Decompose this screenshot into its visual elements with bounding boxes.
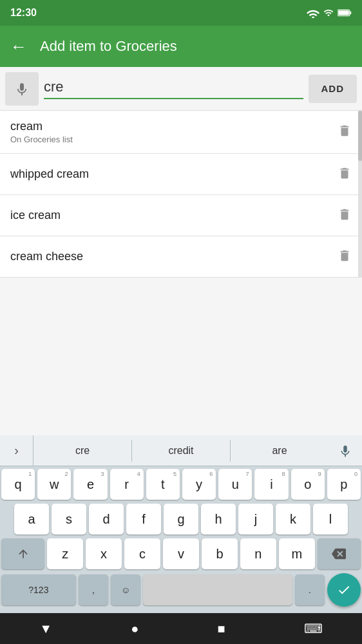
symbols-key[interactable]: ?123 bbox=[1, 574, 76, 605]
suggestion-name-3: cream cheese bbox=[10, 250, 83, 263]
app-bar: ← Add item to Groceries bbox=[0, 26, 362, 67]
key-z[interactable]: z bbox=[47, 538, 83, 569]
scrollbar-thumb bbox=[358, 111, 362, 161]
key-u[interactable]: 7u bbox=[218, 469, 252, 500]
keyboard-row-4: ?123,☺. bbox=[1, 573, 361, 607]
delete-suggestion-2[interactable] bbox=[338, 207, 352, 224]
key-m[interactable]: m bbox=[279, 538, 315, 569]
suggestion-sub-0: On Groceries list bbox=[10, 135, 73, 144]
suggestion-item-2[interactable]: ice cream bbox=[0, 195, 362, 236]
wifi-icon bbox=[307, 8, 319, 18]
key-d[interactable]: d bbox=[89, 504, 124, 535]
key-c[interactable]: c bbox=[124, 538, 160, 569]
keyboard: › crecreditare 1q2w3e4r5t6y7u8i9o0pasdfg… bbox=[0, 435, 362, 613]
word-suggestion-0[interactable]: cre bbox=[33, 440, 132, 462]
suggestion-text-1: whipped cream bbox=[10, 167, 89, 181]
keyboard-mic-button[interactable] bbox=[329, 435, 362, 466]
key-a[interactable]: a bbox=[14, 504, 49, 535]
svg-rect-1 bbox=[350, 12, 351, 15]
nav-back-icon[interactable]: ▼ bbox=[39, 621, 52, 636]
delete-suggestion-1[interactable] bbox=[338, 166, 352, 183]
search-input[interactable] bbox=[44, 79, 303, 98]
enter-key[interactable] bbox=[327, 573, 361, 607]
status-icons bbox=[307, 8, 352, 18]
word-expand-button[interactable]: › bbox=[0, 435, 33, 466]
key-b[interactable]: b bbox=[202, 538, 238, 569]
key-x[interactable]: x bbox=[86, 538, 122, 569]
key-w[interactable]: 2w bbox=[37, 469, 71, 500]
delete-suggestion-3[interactable] bbox=[338, 249, 352, 265]
key-t[interactable]: 5t bbox=[146, 469, 180, 500]
search-underline bbox=[44, 98, 303, 99]
nav-bar: ▼ ● ■ ⌨ bbox=[0, 613, 362, 644]
key-o[interactable]: 9o bbox=[291, 469, 325, 500]
suggestion-item-1[interactable]: whipped cream bbox=[0, 154, 362, 195]
suggestion-text-2: ice cream bbox=[10, 209, 61, 222]
svg-rect-2 bbox=[338, 10, 349, 15]
suggestions-list: creamOn Groceries listwhipped creamice c… bbox=[0, 111, 362, 278]
suggestions-wrap: creamOn Groceries listwhipped creamice c… bbox=[0, 111, 362, 278]
delete-suggestion-0[interactable] bbox=[338, 124, 352, 140]
delete-key[interactable] bbox=[318, 538, 361, 569]
key-j[interactable]: j bbox=[238, 504, 273, 535]
key-n[interactable]: n bbox=[240, 538, 276, 569]
key-g[interactable]: g bbox=[164, 504, 198, 535]
comma-key[interactable]: , bbox=[79, 574, 108, 605]
key-h[interactable]: h bbox=[201, 504, 236, 535]
word-suggestions: crecreditare bbox=[33, 440, 329, 462]
signal-icon bbox=[323, 8, 334, 18]
key-l[interactable]: l bbox=[313, 504, 348, 535]
nav-home-icon[interactable]: ● bbox=[131, 621, 138, 636]
suggestion-text-3: cream cheese bbox=[10, 250, 83, 263]
mic-icon bbox=[14, 81, 30, 97]
word-suggestions-row: › crecreditare bbox=[0, 435, 362, 466]
nav-recent-icon[interactable]: ■ bbox=[218, 621, 225, 636]
mic-button[interactable] bbox=[5, 72, 39, 106]
key-y[interactable]: 6y bbox=[182, 469, 216, 500]
suggestion-item-0[interactable]: creamOn Groceries list bbox=[0, 111, 362, 154]
key-v[interactable]: v bbox=[163, 538, 199, 569]
suggestion-item-3[interactable]: cream cheese bbox=[0, 236, 362, 278]
word-suggestion-2[interactable]: are bbox=[231, 440, 329, 462]
key-p[interactable]: 0p bbox=[327, 469, 361, 500]
key-e[interactable]: 3e bbox=[73, 469, 107, 500]
key-f[interactable]: f bbox=[126, 504, 161, 535]
shift-key[interactable] bbox=[1, 538, 44, 569]
status-bar: 12:30 bbox=[0, 0, 362, 26]
battery-icon bbox=[338, 8, 352, 17]
space-key[interactable] bbox=[143, 574, 292, 605]
key-s[interactable]: s bbox=[52, 504, 86, 535]
key-q[interactable]: 1q bbox=[1, 469, 35, 500]
word-suggestion-1[interactable]: credit bbox=[132, 440, 231, 462]
key-rows: 1q2w3e4r5t6y7u8i9o0pasdfghjklzxcvbnm?123… bbox=[0, 466, 362, 613]
scrollbar-track[interactable] bbox=[358, 111, 362, 278]
keyboard-row-3: zxcvbnm bbox=[1, 538, 361, 569]
add-button[interactable]: ADD bbox=[309, 75, 357, 103]
status-time: 12:30 bbox=[10, 7, 37, 19]
emoji-key[interactable]: ☺ bbox=[111, 574, 140, 605]
chevron-right-icon: › bbox=[14, 443, 19, 458]
app-bar-title: Add item to Groceries bbox=[40, 38, 352, 55]
nav-keyboard-icon[interactable]: ⌨ bbox=[304, 621, 323, 636]
search-input-wrap bbox=[44, 79, 303, 99]
search-row: ADD bbox=[0, 67, 362, 111]
back-button[interactable]: ← bbox=[10, 37, 27, 57]
suggestion-name-1: whipped cream bbox=[10, 167, 89, 181]
key-i[interactable]: 8i bbox=[254, 469, 288, 500]
key-k[interactable]: k bbox=[276, 504, 310, 535]
suggestion-name-2: ice cream bbox=[10, 209, 61, 222]
suggestion-name-0: cream bbox=[10, 120, 73, 133]
keyboard-row-2: asdfghjkl bbox=[1, 504, 361, 535]
keyboard-mic-icon bbox=[338, 444, 352, 458]
keyboard-row-1: 1q2w3e4r5t6y7u8i9o0p bbox=[1, 469, 361, 500]
period-key[interactable]: . bbox=[295, 574, 325, 605]
key-r[interactable]: 4r bbox=[110, 469, 144, 500]
suggestion-text-0: creamOn Groceries list bbox=[10, 120, 73, 144]
